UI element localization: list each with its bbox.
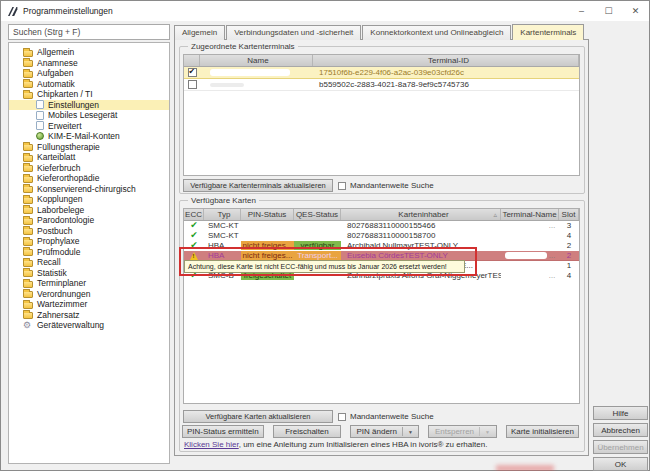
ecc-ok-icon: ✔	[190, 221, 198, 230]
tree-item-label: Karteiblatt	[37, 152, 75, 162]
gear-icon: ⚙	[23, 320, 33, 330]
card-row[interactable]: ✔SMC-KT802768831100001587004	[184, 231, 579, 241]
minimize-button[interactable]: –	[568, 1, 595, 21]
tree-item-allgemein[interactable]: Allgemein	[9, 47, 169, 58]
terminal-row[interactable]: 17510f6b-e229-4f06-a2ac-039e03cfd26c	[184, 67, 579, 79]
terminal-name-cell	[501, 241, 559, 250]
cards-table-header: ECCTypPIN-StatusQES-StatusKarteninhaber▵…	[184, 209, 579, 221]
tree-item-prüfmodule[interactable]: Prüfmodule	[9, 247, 169, 258]
tree-item-kieferbruch[interactable]: Kieferbruch	[9, 163, 169, 174]
freischalten-button[interactable]: Freischalten	[273, 425, 342, 438]
tree-item-recall[interactable]: Recall	[9, 257, 169, 268]
ecc-status-cell: ✔	[184, 241, 204, 250]
tab-allgemein[interactable]: Allgemein	[174, 25, 225, 40]
ecc-ok-icon: ✔	[190, 241, 198, 250]
sort-ascending-icon[interactable]: ▵	[493, 211, 497, 219]
terminal-checkbox[interactable]	[188, 68, 197, 77]
tree-item-zahnersatz[interactable]: Zahnersatz	[9, 310, 169, 321]
button-label: Karte initialisieren	[511, 427, 574, 436]
tree-item-label: Geräteverwaltung	[37, 320, 104, 330]
maximize-button[interactable]: ☐	[595, 1, 622, 21]
tree-item-chipkarten-ti[interactable]: Chipkarten / TI	[9, 89, 169, 100]
pin-status-ermitteln-button[interactable]: PIN-Status ermitteln	[182, 425, 264, 438]
terminal-row[interactable]: b559502c-2883-4021-8a78-9ef9c5745736	[184, 79, 579, 91]
folder-icon	[23, 228, 33, 235]
tree-item-label: Kieferbruch	[37, 163, 80, 173]
tree-item-laborbelege[interactable]: Laborbelege	[9, 205, 169, 216]
slot-cell: 4	[559, 271, 579, 280]
tree-item-kim-e-mail-konten[interactable]: KIM-E-Mail-Konten	[9, 131, 169, 142]
redaction-blob	[505, 272, 547, 279]
refresh-cards-button[interactable]: Verfügbare Karten aktualisieren	[183, 410, 333, 423]
mandant-search-checkbox-terminals[interactable]: Mandantenweite Suche	[338, 181, 434, 190]
search-input[interactable]	[8, 24, 170, 40]
tree-item-parodontologie[interactable]: Parodontologie	[9, 215, 169, 226]
tree-item-erweitert[interactable]: Erweitert	[9, 121, 169, 132]
tree-item-postbuch[interactable]: Postbuch	[9, 226, 169, 237]
checkbox-icon[interactable]	[338, 413, 346, 421]
terminal-name-cell	[501, 261, 559, 270]
card-row[interactable]: ✔HBAnicht freiges...verfügbarArchibald N…	[184, 241, 579, 251]
dropdown-arrow-icon[interactable]: ▼	[402, 427, 413, 436]
refresh-terminals-button[interactable]: Verfügbare Kartenterminals aktualisieren	[183, 179, 333, 192]
karte-initialisieren-button[interactable]: Karte initialisieren	[506, 425, 579, 438]
terminals-table-body: 17510f6b-e229-4f06-a2ac-039e03cfd26cb559…	[184, 67, 579, 91]
card-type-cell: HBA	[204, 241, 241, 250]
column-header-typ[interactable]: Typ	[204, 209, 241, 220]
pin-ändern-button[interactable]: PIN ändern▼	[350, 425, 419, 438]
column-header-slot[interactable]: Slot	[559, 209, 579, 220]
column-header-karteninhaber[interactable]: Karteninhaber▵	[341, 209, 501, 220]
terminal-name-cell: …	[501, 271, 559, 280]
help-link[interactable]: Klicken Sie hier	[184, 440, 239, 449]
tree-item-kieferorthopädie[interactable]: Kieferorthopädie	[9, 173, 169, 184]
abbrechen-button[interactable]: Abbrechen	[593, 423, 648, 437]
tree-item-verordnungen[interactable]: Verordnungen	[9, 289, 169, 300]
hilfe-button[interactable]: Hilfe	[593, 406, 648, 420]
column-header-checkbox[interactable]	[184, 55, 200, 66]
page-icon	[36, 100, 44, 109]
slot-cell: 2	[559, 241, 579, 250]
ok-button[interactable]: OK	[593, 457, 648, 471]
folder-icon	[23, 186, 33, 193]
redaction-blob	[210, 69, 290, 76]
slot-cell: 2	[559, 251, 579, 260]
column-header-terminal-name[interactable]: Terminal-Name	[501, 209, 559, 220]
column-header-pin-status[interactable]: PIN-Status	[241, 209, 294, 220]
tree-item-konservierend-chirurgisch[interactable]: Konservierend-chirurgisch	[9, 184, 169, 195]
tree-item-aufgaben[interactable]: Aufgaben	[9, 68, 169, 79]
column-header-ecc[interactable]: ECC	[184, 209, 204, 220]
tree-item-terminplaner[interactable]: Terminplaner	[9, 278, 169, 289]
tree-item-prophylaxe[interactable]: Prophylaxe	[9, 236, 169, 247]
column-header-terminal-id[interactable]: Terminal-ID	[313, 55, 579, 66]
tree-item-anamnese[interactable]: Anamnese	[9, 58, 169, 69]
tree-item-automatik[interactable]: Automatik	[9, 79, 169, 90]
mandant-search-checkbox-cards[interactable]: Mandantenweite Suche	[338, 412, 434, 421]
tree-item-label: Automatik	[37, 79, 75, 89]
tab-kartenterminals[interactable]: Kartenterminals	[512, 24, 584, 40]
tree-item-geräteverwaltung[interactable]: ⚙Geräteverwaltung	[9, 320, 169, 331]
column-header-qes-status[interactable]: QES-Status	[294, 209, 341, 220]
checkbox-icon[interactable]	[338, 182, 346, 190]
tree-item-karteiblatt[interactable]: Karteiblatt	[9, 152, 169, 163]
tree-item-kopplungen[interactable]: Kopplungen	[9, 194, 169, 205]
slot-cell: 3	[559, 221, 579, 230]
tree-item-label: Terminplaner	[37, 278, 86, 288]
close-button[interactable]: ✕	[622, 1, 649, 21]
tree-item-einstellungen[interactable]: Einstellungen	[9, 100, 169, 111]
terminal-checkbox-cell	[184, 67, 200, 78]
terminal-checkbox[interactable]	[188, 80, 197, 89]
tree-item-wartezimmer[interactable]: Wartezimmer	[9, 299, 169, 310]
folder-icon	[23, 197, 33, 204]
tab-verbindungsdaten-und-sicherheit[interactable]: Verbindungsdaten und -sicherheit	[226, 25, 361, 40]
pin-status-cell: nicht freiges...	[241, 251, 294, 260]
folder-icon	[23, 218, 33, 225]
column-header-name[interactable]: Name	[200, 55, 313, 66]
entsperren-button: Entsperren▼	[428, 425, 497, 438]
card-row[interactable]: ✔SMC-KT80276883110000155466…3	[184, 221, 579, 231]
tree-item-statistik[interactable]: Statistik	[9, 268, 169, 279]
folder-icon	[23, 144, 33, 151]
tree-item-mobiles-lesegerät[interactable]: Mobiles Lesegerät	[9, 110, 169, 121]
folder-icon	[23, 260, 33, 267]
tree-item-füllungstherapie[interactable]: Füllungstherapie	[9, 142, 169, 153]
tab-konnektorkontext-und-onlineabgleich[interactable]: Konnektorkontext und Onlineabgleich	[362, 25, 511, 40]
